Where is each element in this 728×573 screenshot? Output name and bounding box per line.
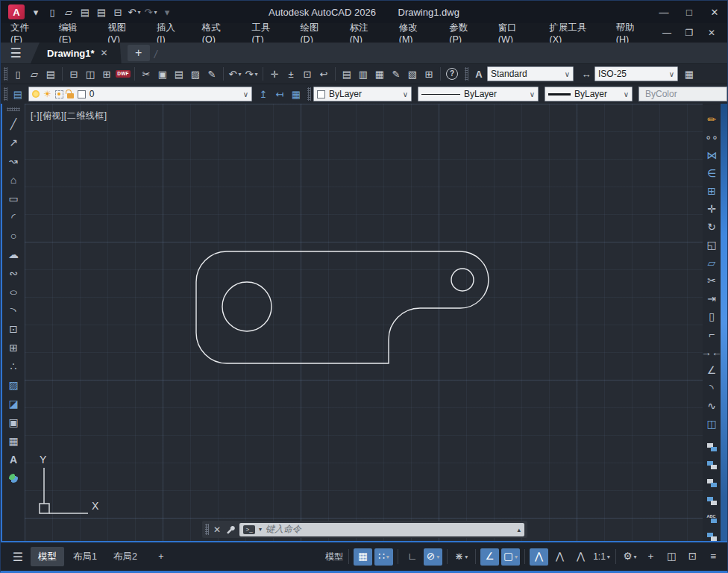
toolbar-grip[interactable] — [4, 67, 7, 81]
new-layout-label[interactable]: + — [146, 547, 176, 566]
zoom-previous-button[interactable]: ↩ — [316, 66, 332, 81]
redo-button[interactable]: ↷▾ — [142, 4, 159, 19]
plate-outline[interactable] — [196, 251, 489, 363]
linetype-dropdown[interactable]: ByLayer ∨ — [418, 87, 539, 101]
hatch-to-back-button[interactable] — [702, 527, 721, 545]
ellipse-button[interactable]: ○ — [4, 282, 23, 301]
print-button[interactable]: ⊟ — [66, 66, 82, 81]
circle-button[interactable]: ○ — [4, 226, 23, 245]
snap-mode-caret-icon[interactable]: ▾ — [386, 554, 389, 560]
object-snap-button[interactable]: ▢▾ — [501, 548, 520, 566]
dim-style-button[interactable]: ↔ — [578, 66, 594, 81]
table-style-button[interactable]: ▦ — [681, 66, 697, 81]
insert-block-button[interactable]: ⊡ — [4, 319, 23, 338]
layer-color-swatch[interactable] — [78, 90, 86, 98]
layer-dropdown[interactable]: ☀ 0 ∨ — [28, 87, 252, 101]
break-button[interactable]: ⌐ — [702, 325, 721, 343]
qopen-button[interactable]: ▱ — [60, 4, 77, 19]
grid-display-button[interactable]: ▦ — [354, 548, 372, 566]
text-to-front-button[interactable] — [702, 510, 721, 527]
annotation-autoscale-button[interactable]: ⋀ — [550, 548, 569, 566]
model-paper-space-label[interactable]: 模型 — [324, 548, 344, 566]
layer-unlock-icon[interactable] — [67, 93, 74, 98]
command-prompt-icon[interactable]: >_ — [243, 525, 255, 534]
make-object-layer-current-button[interactable]: ↥ — [255, 87, 272, 101]
status-plus-button[interactable]: + — [641, 548, 660, 566]
minimize-button[interactable]: — — [651, 1, 677, 22]
batch-plot-button[interactable]: ⊞ — [98, 66, 115, 81]
customize-wrench-icon[interactable] — [225, 525, 235, 534]
redo-tb-button[interactable]: ↷▾ — [243, 66, 260, 81]
erase-button[interactable]: ✏ — [702, 110, 721, 128]
zoom-realtime-button[interactable]: ± — [283, 66, 299, 81]
small-hole-circle[interactable] — [451, 269, 474, 291]
qnew-button[interactable]: ▯ — [44, 4, 60, 19]
tool-palettes-button[interactable]: ▦ — [371, 66, 388, 81]
add-selected-button[interactable] — [4, 469, 23, 487]
doc-close-button[interactable]: ✕ — [700, 25, 723, 41]
redo-caret-icon[interactable]: ▾ — [154, 9, 157, 16]
scale-button[interactable]: ◱ — [702, 236, 721, 254]
layer-properties-manager-button[interactable]: ▤ — [10, 87, 26, 101]
match-properties-button[interactable]: ▨ — [187, 66, 204, 81]
isolate-objects-button[interactable]: ◫ — [662, 548, 681, 566]
workspace-switching-caret-icon[interactable]: ▾ — [634, 554, 637, 560]
object-snap-caret-icon[interactable]: ▾ — [515, 554, 518, 560]
object-snap-tracking-button[interactable]: ∠ — [480, 548, 499, 566]
stretch-button[interactable]: ▱ — [702, 254, 721, 272]
chevron-down-icon[interactable]: ▾ — [259, 526, 262, 533]
text-style-dropdown[interactable]: Standard ∨ — [487, 66, 574, 81]
qsave-button[interactable]: ▤ — [77, 4, 93, 19]
redo-tb-caret-icon[interactable]: ▾ — [254, 71, 257, 78]
fillet-button[interactable]: ◝ — [702, 379, 721, 397]
customization-button[interactable]: ≡ — [704, 548, 723, 566]
polar-tracking-caret-icon[interactable]: ▾ — [436, 554, 439, 560]
multiline-text-button[interactable]: A — [4, 450, 23, 469]
command-input[interactable]: >_ ▾ 键入命令 ▴ — [239, 523, 524, 536]
explode-button[interactable]: ◫ — [702, 415, 721, 433]
close-button[interactable]: ✕ — [702, 1, 727, 22]
copy-button[interactable]: ∘∘ — [702, 128, 721, 146]
command-history-icon[interactable]: ▴ — [517, 526, 521, 533]
lineweight-dropdown[interactable]: ByLayer ∨ — [545, 87, 633, 101]
doc-minimize-button[interactable]: — — [656, 25, 678, 41]
trim-button[interactable]: ✂ — [702, 272, 721, 289]
clean-screen-button[interactable]: ⊡ — [683, 548, 702, 566]
join-button[interactable]: →← — [702, 343, 721, 361]
region-button[interactable]: ▣ — [4, 413, 23, 431]
revision-cloud-button[interactable]: ☁ — [4, 245, 23, 263]
qplot-button[interactable]: ⊟ — [110, 4, 126, 19]
rotate-button[interactable]: ↻ — [702, 218, 721, 236]
ellipse-arc-button[interactable]: ◝ — [4, 301, 23, 319]
file-tab-close-icon[interactable]: ✕ — [101, 48, 108, 58]
doc-restore-button[interactable]: ❐ — [678, 25, 700, 41]
break-at-point-button[interactable]: ▯ — [702, 307, 721, 325]
table-button[interactable]: ▦ — [4, 431, 23, 450]
toolbar-grip[interactable] — [307, 87, 311, 101]
file-tab-drawing1[interactable]: Drawing1* ✕ — [31, 43, 122, 63]
layer-thaw-icon[interactable]: ☀ — [43, 90, 51, 98]
text-style-button[interactable]: A — [471, 66, 487, 81]
undo-caret-icon[interactable]: ▾ — [137, 9, 140, 16]
sheet-set-manager-button[interactable]: ▧ — [404, 66, 421, 81]
offset-button[interactable]: ∈ — [702, 164, 721, 182]
cut-button[interactable]: ✂ — [138, 66, 154, 81]
hatch-button[interactable]: ▨ — [4, 375, 23, 394]
pan-button[interactable]: ✛ — [266, 66, 283, 81]
layer-on-icon[interactable] — [32, 90, 40, 98]
markup-import-button[interactable]: ✎ — [388, 66, 404, 81]
bring-above-objects-button[interactable] — [702, 474, 721, 492]
undo-tb-button[interactable]: ↶▾ — [227, 66, 243, 81]
qat-customize-button[interactable]: ▾ — [159, 4, 175, 19]
dwf-export-button[interactable]: DWF — [115, 66, 131, 81]
blend-curves-button[interactable]: ∿ — [702, 397, 721, 415]
quick-calc-button[interactable]: ⊞ — [421, 66, 437, 81]
point-button[interactable]: ∴ — [4, 357, 23, 375]
gradient-button[interactable]: ◪ — [4, 394, 23, 413]
command-line-bar[interactable]: ✕ >_ ▾ 键入命令 ▴ — [202, 521, 527, 538]
layer-previous-button[interactable]: ↤ — [272, 87, 288, 101]
create-block-button[interactable]: ⊞ — [4, 338, 23, 357]
file-tab-menu-icon[interactable]: ☰ — [1, 43, 31, 63]
edit-markup-button[interactable]: ✎ — [204, 66, 220, 81]
extend-button[interactable]: ⇥ — [702, 289, 721, 307]
